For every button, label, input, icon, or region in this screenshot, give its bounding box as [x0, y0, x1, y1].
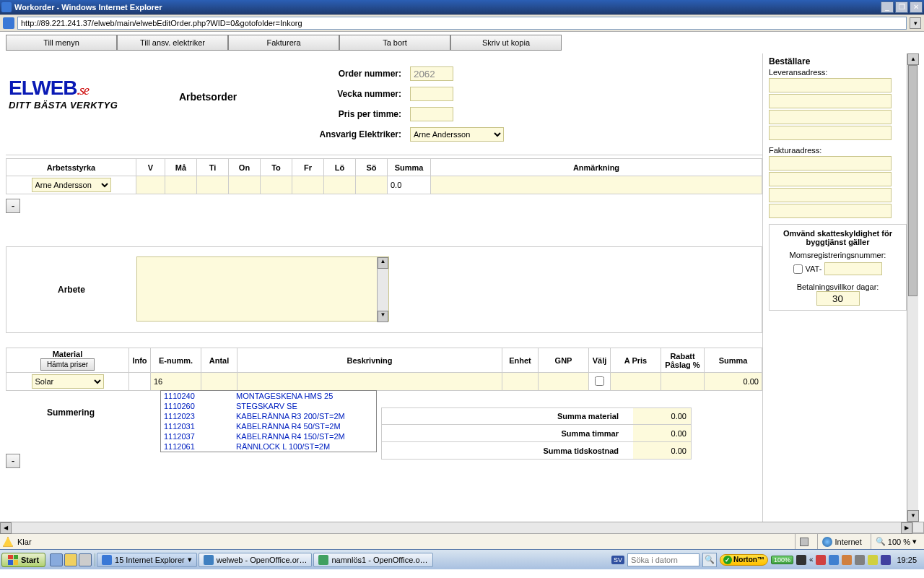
scroll-down-icon[interactable]: ▼ — [907, 510, 919, 522]
besk-cell[interactable] — [237, 373, 502, 391]
tray-icon-2[interactable] — [829, 555, 839, 565]
hamta-priser-button[interactable]: Hämta priser — [40, 358, 95, 371]
url-input[interactable] — [17, 17, 907, 30]
minimize-button[interactable]: _ — [881, 1, 894, 13]
vecka-input[interactable] — [410, 87, 453, 101]
browser-status-bar: Klar Internet 🔍 100 % ▾ — [0, 533, 924, 549]
arbete-textarea[interactable] — [136, 256, 389, 322]
wf-to-cell[interactable] — [261, 176, 292, 194]
tray-expand[interactable]: « — [809, 556, 814, 564]
wf-ti-cell[interactable] — [197, 176, 229, 194]
order-num-input[interactable] — [410, 66, 453, 81]
enhet-cell[interactable] — [502, 373, 539, 391]
valj-checkbox[interactable] — [595, 376, 604, 386]
remove-material-button[interactable]: - — [6, 454, 20, 468]
arbete-label: Arbete — [6, 285, 136, 295]
remove-wf-button[interactable]: - — [6, 199, 20, 213]
wf-ma-cell[interactable] — [165, 176, 197, 194]
fakt-line1[interactable] — [769, 156, 892, 171]
pris-input[interactable] — [410, 107, 453, 121]
lev-line1[interactable] — [769, 78, 892, 92]
tray-icon-5[interactable] — [868, 555, 878, 565]
lev-line2[interactable] — [769, 94, 892, 108]
ql-folder-icon[interactable] — [64, 553, 77, 566]
wf-hdr-anm: Anmärkning — [431, 159, 762, 176]
autocomplete-item[interactable]: 1112061RÄNNLOCK L 100/ST=2M — [161, 441, 376, 452]
wf-on-cell[interactable] — [229, 176, 261, 194]
fakturera-button[interactable]: Fakturera — [228, 35, 339, 51]
betal-label: Betalningsvillkor dagar: — [774, 282, 902, 291]
desktop-search-input[interactable] — [627, 553, 699, 566]
vat-checkbox[interactable] — [793, 264, 803, 274]
zoom-control[interactable]: 🔍 100 % ▾ — [871, 534, 921, 549]
vat-input[interactable] — [824, 262, 882, 275]
battery-indicator[interactable]: 100% — [771, 556, 793, 564]
restore-button[interactable]: ❐ — [895, 1, 908, 13]
wf-hdr-so: Sö — [356, 159, 388, 176]
globe-icon — [822, 537, 832, 547]
wf-v-cell[interactable] — [136, 176, 165, 194]
wf-fr-cell[interactable] — [292, 176, 324, 194]
start-button[interactable]: Start — [1, 553, 45, 567]
ql-desktop-icon[interactable] — [79, 553, 92, 566]
scroll-thumb[interactable] — [908, 65, 918, 296]
antal-cell[interactable] — [201, 373, 237, 391]
clock[interactable]: 19:25 — [894, 556, 920, 564]
betal-input[interactable] — [816, 291, 860, 306]
autocomplete-item[interactable]: 1112037KABELRÄNNA R4 150/ST=2M — [161, 431, 376, 441]
lang-indicator[interactable]: SV — [611, 556, 624, 564]
window-titlebar: Workorder - Windows Internet Explorer _ … — [0, 0, 924, 14]
scroll-up-icon[interactable]: ▲ — [907, 53, 919, 65]
fakt-line2[interactable] — [769, 172, 892, 186]
logo: ELWEB.se DITT BÄSTA VERKTYG — [6, 62, 179, 146]
apris-cell[interactable] — [611, 373, 661, 391]
vertical-scrollbar[interactable]: ▲ ▼ — [907, 53, 918, 522]
enumm-input[interactable] — [154, 377, 198, 386]
norton-badge[interactable]: ✓ Norton™ — [720, 554, 768, 566]
omvand-label: Omvänd skatteskyldighet för byggtjänst g… — [774, 229, 902, 246]
supplier-select[interactable]: Solar — [32, 374, 104, 389]
task-ie[interactable]: 15 Internet Explorer ▾ — [97, 553, 197, 567]
wf-hdr-on: On — [229, 159, 261, 176]
scroll-up-icon[interactable]: ▲ — [378, 257, 388, 269]
horizontal-scrollbar[interactable]: ◀ ▶ — [0, 522, 912, 533]
gnp-cell[interactable] — [539, 373, 589, 391]
search-button[interactable]: 🔍 — [702, 553, 717, 567]
autocomplete-item[interactable]: 1110240MONTAGESKENA HMS 25 — [161, 391, 376, 401]
tray-icon-4[interactable] — [855, 555, 865, 565]
fakturaadress-label: Fakturaadress: — [769, 146, 907, 155]
tabort-button[interactable]: Ta bort — [339, 35, 450, 51]
url-dropdown-button[interactable]: ▾ — [910, 17, 921, 29]
wf-lo-cell[interactable] — [324, 176, 356, 194]
tray-icon-1[interactable] — [816, 555, 826, 565]
scroll-left-icon[interactable]: ◀ — [0, 522, 12, 534]
lev-line3[interactable] — [769, 110, 892, 124]
close-button[interactable]: ✕ — [910, 1, 923, 13]
wf-name-select[interactable]: Arne Andersson — [32, 178, 111, 192]
norton-check-icon: ✓ — [723, 556, 732, 564]
autocomplete-item[interactable]: 1112023KABELRÄNNA R3 200/ST=2M — [161, 411, 376, 421]
lev-line4[interactable] — [769, 126, 892, 140]
fakt-line3[interactable] — [769, 188, 892, 202]
scroll-right-icon[interactable]: ▶ — [901, 522, 912, 534]
fakt-line4[interactable] — [769, 204, 892, 218]
tray-icon-3[interactable] — [842, 555, 852, 565]
tray-icon-6[interactable] — [881, 555, 891, 565]
rabatt-cell[interactable] — [661, 373, 705, 391]
textarea-scrollbar[interactable]: ▲ ▼ — [377, 257, 388, 322]
autocomplete-item[interactable]: 1112031KABELRÄNNA R4 50/ST=2M — [161, 421, 376, 431]
wf-anm-cell[interactable] — [431, 176, 762, 194]
skriv-button[interactable]: Skriv ut kopia — [450, 35, 562, 51]
ql-ie-icon[interactable] — [50, 553, 63, 566]
summering-label: Summering — [20, 407, 121, 418]
wf-so-cell[interactable] — [356, 176, 388, 194]
scroll-down-icon[interactable]: ▼ — [378, 311, 388, 322]
task-oo1[interactable]: welweb - OpenOffice.or… — [199, 553, 313, 567]
menu-button[interactable]: Till menyn — [6, 35, 117, 51]
task-oo2[interactable]: namnlös1 - OpenOffice.o… — [313, 553, 432, 567]
ansv-select[interactable]: Arne Andersson — [410, 127, 504, 142]
ansv-button[interactable]: Till ansv. elektriker — [117, 35, 228, 51]
workforce-table: Arbetsstyrka V Må Ti On To Fr Lö Sö Summ… — [6, 158, 762, 194]
autocomplete-item[interactable]: 1110260STEGSKARV SE — [161, 401, 376, 411]
tray-plug-icon[interactable] — [796, 555, 806, 565]
